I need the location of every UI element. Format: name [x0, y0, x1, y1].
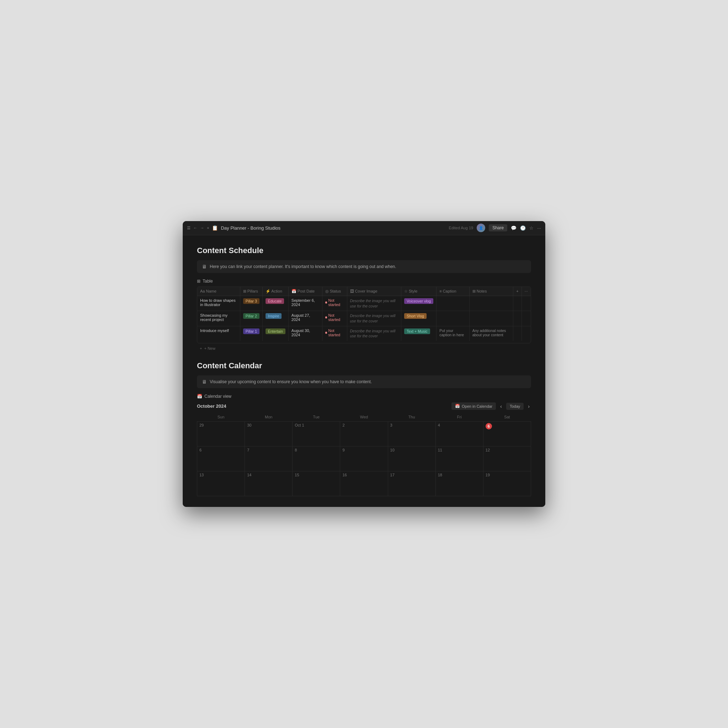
plus-icon[interactable]: + [207, 226, 209, 230]
row3-date[interactable]: August 30, 2024 [288, 326, 322, 341]
calendar-day[interactable]: 13 [197, 471, 245, 496]
style-tag[interactable]: Short Vlog [404, 313, 427, 319]
action-tag[interactable]: Educate [266, 298, 284, 304]
row1-caption[interactable] [436, 296, 469, 310]
content-table: Aa Name ⊞ Pillars ⚡ Action 📅 Post Date ◎… [197, 287, 531, 341]
col-more[interactable]: ··· [522, 287, 531, 296]
cover-text: Describe the image you will use for the … [350, 298, 396, 308]
row2-cover[interactable]: Describe the image you will use for the … [347, 311, 401, 326]
calendar-day[interactable]: 2 [340, 422, 388, 447]
pillar-tag[interactable]: Pillar 3 [243, 298, 260, 304]
col-style[interactable]: ☆ Style [401, 287, 436, 296]
menu-icon[interactable]: ☰ [187, 226, 191, 230]
prev-month-button[interactable]: ‹ [499, 403, 503, 410]
row2-action[interactable]: Inspire [262, 311, 288, 326]
status-tag[interactable]: Not started [325, 298, 344, 307]
row3-caption[interactable]: Put your caption in here [436, 326, 469, 341]
action-tag[interactable]: Entertain [266, 329, 286, 334]
row1-action[interactable]: Educate [262, 296, 288, 310]
calendar-day[interactable]: 19 [483, 471, 531, 496]
row2-date[interactable]: August 27, 2024 [288, 311, 322, 326]
row1-pillar[interactable]: Pillar 3 [240, 296, 262, 310]
calendar-day[interactable]: 8 [292, 447, 340, 471]
calendar-day[interactable]: 4 [436, 422, 483, 447]
schedule-callout: 🖥 Here you can link your content planner… [197, 260, 531, 273]
calendar-header-row: Sun Mon Tue Wed Thu Fri Sat [197, 413, 531, 422]
forward-icon[interactable]: → [200, 226, 204, 230]
row2-name[interactable]: Showcasing my recent project [197, 311, 240, 326]
col-status[interactable]: ◎ Status [322, 287, 347, 296]
row1-style[interactable]: Voiceover vlog [401, 296, 436, 310]
calendar-day[interactable]: 10 [388, 447, 436, 471]
col-caption[interactable]: ≡ Caption [436, 287, 469, 296]
content-calendar-title: Content Calendar [197, 361, 531, 370]
status-tag[interactable]: Not started [325, 329, 344, 337]
row1-cover[interactable]: Describe the image you will use for the … [347, 296, 401, 310]
day-mon: Mon [245, 413, 292, 422]
col-post-date[interactable]: 📅 Post Date [288, 287, 322, 296]
calendar-day[interactable]: 16 [340, 471, 388, 496]
row2-pillar[interactable]: Pillar 2 [240, 311, 262, 326]
col-add[interactable]: + [513, 287, 522, 296]
avatar[interactable]: 👤 [477, 223, 485, 232]
col-name[interactable]: Aa Name [197, 287, 240, 296]
calendar-day[interactable]: 14 [245, 471, 292, 496]
row1-notes[interactable] [469, 296, 513, 310]
calendar-day[interactable]: 15 [292, 471, 340, 496]
today-button[interactable]: Today [506, 403, 524, 410]
row3-pillar[interactable]: Pillar 1 [240, 326, 262, 341]
calendar-day[interactable]: 9 [340, 447, 388, 471]
calendar-day[interactable]: 11 [436, 447, 483, 471]
star-icon[interactable]: ☆ [529, 225, 534, 231]
row3-name[interactable]: Introduce myself [197, 326, 240, 341]
col-notes[interactable]: ⊞ Notes [469, 287, 513, 296]
row1-date[interactable]: September 6, 2024 [288, 296, 322, 310]
calendar-day[interactable]: 6 [197, 447, 245, 471]
pillar-tag[interactable]: Pillar 2 [243, 313, 260, 319]
calendar-day[interactable]: 12 [483, 447, 531, 471]
page-emoji: 📋 [212, 225, 218, 231]
row2-caption[interactable] [436, 311, 469, 326]
row1-name[interactable]: How to draw shapes in Illustrator [197, 296, 240, 310]
next-month-button[interactable]: › [526, 403, 531, 410]
clock-icon[interactable]: 🕐 [520, 225, 526, 231]
col-cover-image[interactable]: 🖼 Cover Image [347, 287, 401, 296]
row3-notes[interactable]: Any additional notes about your content [469, 326, 513, 341]
day-fri: Fri [436, 413, 483, 422]
main-content: Content Schedule 🖥 Here you can link you… [183, 236, 545, 507]
style-tag[interactable]: Text + Music [404, 329, 430, 334]
calendar-day[interactable]: 30 [245, 422, 292, 447]
calendar-view-label: 📅 Calendar view [197, 394, 531, 399]
ellipsis-icon[interactable]: ··· [537, 225, 541, 231]
calendar-day[interactable]: 17 [388, 471, 436, 496]
row2-style[interactable]: Short Vlog [401, 311, 436, 326]
calendar-callout-icon: 🖥 [202, 379, 207, 385]
pillar-tag[interactable]: Pillar 1 [243, 329, 260, 334]
status-tag[interactable]: Not started [325, 313, 344, 322]
calendar-day[interactable]: 7 [245, 447, 292, 471]
row3-cover[interactable]: Describe the image you will use for the … [347, 326, 401, 341]
row3-action[interactable]: Entertain [262, 326, 288, 341]
calendar-day[interactable]: 29 [197, 422, 245, 447]
calendar-day[interactable]: 18 [436, 471, 483, 496]
style-tag[interactable]: Voiceover vlog [404, 298, 433, 304]
row2-notes[interactable] [469, 311, 513, 326]
row3-style[interactable]: Text + Music [401, 326, 436, 341]
comment-icon[interactable]: 💬 [511, 225, 517, 231]
new-row-button[interactable]: + + New [197, 343, 531, 350]
edited-timestamp: Edited Aug 19 [449, 226, 474, 230]
calendar-day[interactable]: Oct 1 [292, 422, 340, 447]
back-icon[interactable]: ← [193, 226, 197, 230]
new-row-plus: + [200, 346, 202, 350]
row2-status[interactable]: Not started [322, 311, 347, 326]
row3-status[interactable]: Not started [322, 326, 347, 341]
share-button[interactable]: Share [489, 224, 507, 231]
col-pillars[interactable]: ⊞ Pillars [240, 287, 262, 296]
row1-status[interactable]: Not started [322, 296, 347, 310]
open-calendar-button[interactable]: 📅 Open in Calendar [451, 402, 496, 410]
calendar-day-today[interactable]: 6 [483, 422, 531, 447]
action-tag[interactable]: Inspire [266, 313, 282, 319]
col-action[interactable]: ⚡ Action [262, 287, 288, 296]
title-bar-left: ☰ ← → + 📋 Day Planner - Boring Studios [187, 225, 446, 231]
calendar-day[interactable]: 3 [388, 422, 436, 447]
